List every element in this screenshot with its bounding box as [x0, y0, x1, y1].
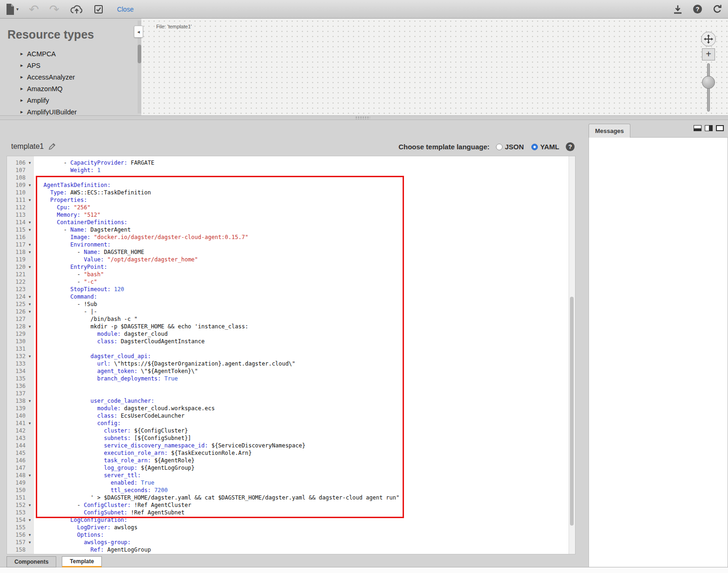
code-line[interactable]: 156▾ Options: — [7, 531, 575, 539]
code-line[interactable]: 107 Weight: 1 — [7, 167, 575, 174]
close-link[interactable]: Close — [117, 6, 134, 13]
language-option-json[interactable]: JSON — [496, 143, 524, 151]
code-line[interactable]: 110 Type: AWS::ECS::TaskDefinition — [7, 189, 575, 196]
code-line[interactable]: 158 Ref: AgentLogGroup — [7, 546, 575, 553]
radio-yaml[interactable] — [531, 144, 538, 150]
expand-triangle-icon[interactable]: ▸ — [20, 51, 27, 57]
fold-arrow-icon[interactable]: ▾ — [26, 241, 34, 248]
design-canvas[interactable] — [141, 19, 728, 115]
code-line[interactable]: 137 — [7, 390, 575, 397]
refresh-button[interactable] — [712, 4, 722, 14]
fold-arrow-icon[interactable]: ▾ — [26, 516, 34, 524]
fold-arrow-icon[interactable]: ▾ — [26, 219, 34, 226]
code-line[interactable]: 124▾ Command: — [7, 293, 575, 300]
code-line[interactable]: 147 log_group: ${AgentLogGroup} — [7, 464, 575, 472]
code-line[interactable]: 145 execution_role_arn: ${TaskExecutionR… — [7, 449, 575, 457]
fold-arrow-icon[interactable]: ▾ — [26, 159, 34, 167]
resource-type-item[interactable]: ▸AccessAnalyzer — [0, 71, 138, 83]
code-line[interactable]: 132▾ dagster_cloud_api: — [7, 353, 575, 360]
code-line[interactable]: 148▾ server_ttl: — [7, 472, 575, 479]
pan-tool-button[interactable] — [701, 32, 716, 47]
tab-template[interactable]: Template — [62, 556, 102, 567]
split-horizontal-icon[interactable] — [694, 125, 702, 131]
fold-arrow-icon[interactable]: ▾ — [26, 472, 34, 479]
fold-arrow-icon[interactable]: ▾ — [26, 226, 34, 233]
code-line[interactable]: 138▾ user_code_launcher: — [7, 397, 575, 405]
code-line[interactable]: 150 ttl_seconds: 7200 — [7, 486, 575, 494]
code-line[interactable]: 151 ' > $DAGSTER_HOME/dagster.yaml && ca… — [7, 494, 575, 501]
code-line[interactable]: 131 — [7, 345, 575, 353]
tab-messages[interactable]: Messages — [589, 124, 630, 138]
fold-arrow-icon[interactable]: ▾ — [26, 300, 34, 308]
language-help-icon[interactable]: ? — [566, 142, 575, 151]
code-line[interactable]: 157▾ awslogs-group: — [7, 539, 575, 546]
code-line[interactable]: 141▾ config: — [7, 420, 575, 427]
code-line[interactable]: 143 subnets: [${ConfigSubnet}] — [7, 434, 575, 442]
code-line[interactable]: 155 LogDriver: awslogs — [7, 524, 575, 531]
expand-triangle-icon[interactable]: ▸ — [20, 74, 27, 80]
resource-type-item[interactable]: ▸AmazonMQ — [0, 83, 138, 94]
expand-triangle-icon[interactable]: ▸ — [20, 62, 27, 68]
code-line[interactable]: 153 ConfigSubnet: !Ref AgentSubnet — [7, 509, 575, 516]
code-line[interactable]: 113 Memory: "512" — [7, 211, 575, 219]
code-line[interactable]: 119 Value: "/opt/dagster/dagster_home" — [7, 256, 575, 263]
code-line[interactable]: 146 task_role_arn: ${AgentRole} — [7, 457, 575, 464]
code-line[interactable]: 139 module: dagster_cloud.workspace.ecs — [7, 405, 575, 412]
code-line[interactable]: 122 - "-c" — [7, 278, 575, 286]
fold-arrow-icon[interactable]: ▾ — [26, 323, 34, 330]
code-line[interactable]: 133 url: \"https://${DagsterOrganization… — [7, 360, 575, 367]
code-line[interactable]: 144 service_discovery_namespace_id: ${Se… — [7, 442, 575, 449]
fold-arrow-icon[interactable]: ▾ — [26, 308, 34, 315]
code-line[interactable]: 135 branch_deployments: True — [7, 375, 575, 382]
code-line[interactable]: 111▾ Properties: — [7, 196, 575, 204]
code-line[interactable]: 152▾ - ConfigCluster: !Ref AgentCluster — [7, 501, 575, 509]
undo-button[interactable]: ↶ — [29, 3, 39, 15]
template-editor[interactable]: 106▾ - CapacityProvider: FARGATE107 Weig… — [7, 156, 576, 554]
validate-template-button[interactable] — [94, 5, 103, 14]
fold-arrow-icon[interactable]: ▾ — [26, 501, 34, 509]
resource-type-item[interactable]: ▸APS — [0, 60, 138, 71]
radio-json[interactable] — [496, 144, 503, 150]
code-line[interactable]: 125▾ - !Sub — [7, 300, 575, 308]
fold-arrow-icon[interactable]: ▾ — [26, 196, 34, 204]
code-line[interactable]: 154▾ LogConfiguration: — [7, 516, 575, 524]
code-line[interactable]: 109▾ AgentTaskDefinition: — [7, 181, 575, 189]
code-line[interactable]: 134 agent_token: \"${AgentToken}\" — [7, 367, 575, 375]
code-line[interactable]: 123 StopTimeout: 120 — [7, 286, 575, 293]
fold-arrow-icon[interactable]: ▾ — [26, 397, 34, 405]
resource-type-item[interactable]: ▸Amplify — [0, 94, 138, 106]
code-line[interactable]: 149 enabled: True — [7, 479, 575, 486]
zoom-in-button[interactable]: + — [702, 48, 715, 60]
expand-triangle-icon[interactable]: ▸ — [20, 109, 27, 115]
fold-arrow-icon[interactable]: ▾ — [26, 263, 34, 271]
edit-pencil-icon[interactable] — [48, 143, 56, 150]
upload-template-button[interactable] — [70, 4, 84, 14]
download-button[interactable] — [673, 4, 683, 14]
code-line[interactable]: 116 Image: "docker.io/dagster/dagster-cl… — [7, 233, 575, 241]
redo-button[interactable]: ↷ — [49, 3, 60, 15]
language-option-yaml[interactable]: YAML — [531, 143, 559, 151]
editor-scrollbar-thumb[interactable] — [570, 297, 574, 526]
fold-arrow-icon[interactable]: ▾ — [26, 293, 34, 300]
code-line[interactable]: 136 — [7, 382, 575, 390]
code-line[interactable]: 130 class: DagsterCloudAgentInstance — [7, 338, 575, 345]
fold-arrow-icon[interactable]: ▾ — [26, 181, 34, 189]
fold-arrow-icon[interactable]: ▾ — [26, 531, 34, 539]
splitter-grip-icon[interactable] — [355, 116, 370, 119]
resource-type-item[interactable]: ▸AmplifyUIBuilder — [0, 106, 138, 115]
code-line[interactable]: 118▾ - Name: DAGSTER_HOME — [7, 248, 575, 256]
help-button[interactable]: ? — [693, 5, 702, 13]
code-line[interactable]: 140 class: EcsUserCodeLauncher — [7, 412, 575, 420]
code-line[interactable]: 117▾ Environment: — [7, 241, 575, 248]
expand-triangle-icon[interactable]: ▸ — [20, 97, 27, 103]
tab-components[interactable]: Components — [7, 556, 56, 567]
resource-type-item[interactable]: ▸ACMPCA — [0, 48, 138, 60]
resource-list-scrollbar-thumb[interactable] — [138, 45, 141, 63]
code-lines[interactable]: 106▾ - CapacityProvider: FARGATE107 Weig… — [7, 159, 575, 553]
code-line[interactable]: 106▾ - CapacityProvider: FARGATE — [7, 159, 575, 167]
code-line[interactable]: 121 - "bash" — [7, 271, 575, 278]
fold-arrow-icon[interactable]: ▾ — [26, 420, 34, 427]
code-line[interactable]: 142 cluster: ${ConfigCluster} — [7, 427, 575, 434]
code-line[interactable]: 126▾ - |- — [7, 308, 575, 315]
zoom-slider-handle[interactable] — [702, 76, 715, 89]
